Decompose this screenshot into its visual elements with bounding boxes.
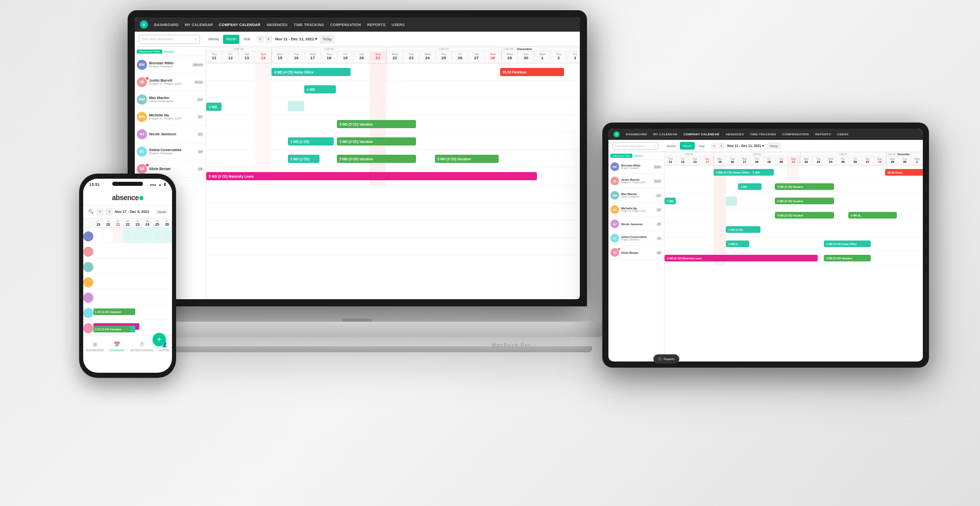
grid-row-empty xyxy=(206,203,580,221)
user-info: Max Macher Sales Conference xyxy=(149,96,194,103)
tablet-event[interactable]: 1 WD xyxy=(738,183,762,190)
cw-group: CW 46 Mon15 Tue16 Wed17 Thu18 Fri19 Sat2… xyxy=(272,47,387,63)
tablet-prev-arrow[interactable]: ‹ xyxy=(711,143,717,149)
month-label: December xyxy=(515,47,534,51)
phone-row xyxy=(83,228,172,243)
search-box[interactable]: Find users and teams... ⌕ xyxy=(139,35,200,44)
tablet-nav-absences[interactable]: ABSENCES xyxy=(725,133,744,136)
tablet-next-arrow[interactable]: › xyxy=(718,143,724,149)
event-bar[interactable]: 4 WD (4 CD) Home Office xyxy=(272,68,351,76)
user-name: Selina Covarrubias xyxy=(149,148,195,152)
tablet-day-col: Sat13 xyxy=(689,157,701,164)
event-bar[interactable]: 96.00 Flexitime xyxy=(500,68,564,76)
tablet-nav-time-tracking[interactable]: TIME TRACKING xyxy=(750,133,776,136)
phone-cell xyxy=(153,228,162,243)
laptop-base xyxy=(112,322,602,337)
nav-absences[interactable]: ABSENCES xyxy=(266,23,287,27)
user-info: Selina Covarrubias Project: Outreach xyxy=(149,148,195,155)
tablet-event[interactable]: 3 WD (3 CD) Vacation xyxy=(824,255,871,261)
event-bar[interactable]: 5 WD (5 CD) Vacation xyxy=(337,120,416,128)
tab-month[interactable]: Month xyxy=(223,35,239,44)
tab-year[interactable]: Year xyxy=(240,35,254,44)
tablet-filter-badge[interactable]: Advanced Filter xyxy=(610,154,632,158)
phone-row xyxy=(83,289,172,304)
event-bar[interactable]: 1 WD (2 CD) xyxy=(288,137,334,146)
tablet-event[interactable]: 4 WD (4 CD) Home Office xyxy=(824,240,871,247)
tablet-today-button[interactable]: Today xyxy=(767,142,780,149)
scene: O DASHBOARD MY CALENDAR COMPANY CALENDAR… xyxy=(0,0,980,506)
tablet-cw-label: CW 47 xyxy=(800,152,886,157)
event-bar[interactable]: 5 WD (5 CD) Vacation xyxy=(435,155,499,163)
tablet-reset-link[interactable]: [Reset] xyxy=(634,154,643,157)
tablet-event[interactable]: 1 WD xyxy=(665,198,676,204)
nav-company-calendar[interactable]: COMPANY CALENDAR xyxy=(219,23,260,27)
next-arrow[interactable]: › xyxy=(265,36,272,43)
event-bar-maternity[interactable]: 5 WD (9 CD) Maternity Leave xyxy=(206,172,537,180)
tablet-nav-my-calendar[interactable]: MY CALENDAR xyxy=(653,133,678,136)
tablet-nav-users[interactable]: USERS xyxy=(837,133,848,136)
phone-outer: 15:51 ●●● ▲ ▮ absence 🔍 ‹ › Nov 17 - xyxy=(79,174,176,378)
phone-avatar xyxy=(83,308,93,318)
tablet-tab-weeks[interactable]: Weeks xyxy=(664,142,679,150)
tablet-nav-company-calendar[interactable]: COMPANY CALENDAR xyxy=(683,133,719,136)
tablet-event[interactable]: 5 WD (5 CD) Vacation xyxy=(775,212,834,219)
today-button[interactable]: Today xyxy=(320,35,334,43)
heute-button[interactable]: Heute xyxy=(156,210,168,214)
notification-dot: 1 xyxy=(145,163,149,167)
nav-dashboard[interactable]: DASHBOARD xyxy=(154,23,179,27)
tablet-count-badge: 37 xyxy=(656,222,662,226)
tablet-tab-year[interactable]: Year xyxy=(696,142,708,150)
tablet-event[interactable]: 5 WD (5 CD) Vacation xyxy=(775,183,834,190)
tab-weeks[interactable]: Weeks xyxy=(205,35,222,44)
advanced-filter-badge[interactable]: Advanced Filter xyxy=(137,50,162,54)
event-bar[interactable]: 1 WD xyxy=(304,85,336,93)
reset-link[interactable]: [Reset] xyxy=(164,50,174,53)
tablet-event[interactable]: 96.00 Flexi... xyxy=(885,169,923,176)
nav-time-tracking[interactable]: TIME TRACKING xyxy=(294,23,325,27)
user-name: Max Macher xyxy=(149,96,194,100)
tablet-event-maternity[interactable]: 5 WD (9 CD) Maternity Leave xyxy=(665,255,818,261)
tablet-nav-compensation[interactable]: COMPENSATION xyxy=(782,133,809,136)
tablet-event[interactable]: 5 WD (5... xyxy=(848,212,897,219)
nav-users[interactable]: USERS xyxy=(391,23,405,27)
battery-icon: ▮ xyxy=(164,182,166,186)
phone-search-icon[interactable]: 🔍 xyxy=(87,208,94,215)
tablet-day-col: Tue16 xyxy=(726,157,739,164)
tablet-search[interactable]: Find users and teams... ⌕ xyxy=(612,142,658,150)
event-bar[interactable]: 2 WD (2 CD) xyxy=(288,155,320,163)
phone-next-arrow[interactable]: › xyxy=(106,208,113,215)
phone-prev-arrow[interactable]: ‹ xyxy=(96,208,104,215)
phone-avatar xyxy=(83,247,93,257)
tablet-nav-dashboard[interactable]: DASHBOARD xyxy=(626,133,647,136)
nav-reports[interactable]: REPORTS xyxy=(367,23,385,27)
day-col: Tue23 xyxy=(403,52,420,61)
event-bar[interactable]: 1 WD xyxy=(206,103,222,111)
event-bar[interactable]: 5 WD (5 CD) Vacation xyxy=(337,137,416,146)
phone-nav-zeiterfassung[interactable]: ⏱ ZEITERFASSUNG xyxy=(130,342,154,352)
phone-cell xyxy=(123,228,133,243)
nav-my-calendar[interactable]: MY CALENDAR xyxy=(185,23,213,27)
nav-compensation[interactable]: COMPENSATION xyxy=(330,23,361,27)
tablet-event[interactable]: 2 WD (2... xyxy=(726,240,749,247)
tablet-event[interactable]: 5 WD (5 CD) Vacation xyxy=(775,198,834,204)
phone-fab[interactable]: + xyxy=(153,333,166,346)
tablet-toolbar: Find users and teams... ⌕ Weeks Month Ye… xyxy=(608,140,923,152)
prev-arrow[interactable]: ‹ xyxy=(257,36,264,43)
phone-nav-dashboard[interactable]: ⊞ DASHBOARD xyxy=(86,342,104,352)
tablet-grid-row: 5 WD (9 CD) Maternity Leave 3 WD (3 CD) … xyxy=(665,251,923,266)
tablet-event[interactable]: 1 WD xyxy=(750,169,774,176)
user-name: Michelle Ng xyxy=(149,113,195,117)
tablet-event[interactable]: 1 WD (2 CD) xyxy=(726,226,761,233)
tablet-support-button[interactable]: ⓘ Support xyxy=(653,354,679,362)
tablet-nav-reports[interactable]: REPORTS xyxy=(815,133,831,136)
event-bar[interactable]: 5 WD (5 CD) Vacation xyxy=(337,155,416,163)
phone-event[interactable]: 3 AT (3 AT) Vacation xyxy=(93,326,130,332)
phone-time: 15:51 xyxy=(89,182,100,187)
tablet-tab-month[interactable]: Month xyxy=(680,142,695,150)
day-headers: Thu11 Fri12 Sat13 Sun14 xyxy=(206,52,272,61)
tablet-day-col: Fri26 xyxy=(849,157,862,164)
tablet-day-col: Wed17 xyxy=(739,157,751,164)
phone-event[interactable]: 1 AT (1 AT) Vacation xyxy=(93,308,130,315)
avatar: BM xyxy=(137,60,147,70)
phone-nav-kalender[interactable]: 📅 KALENDER xyxy=(109,342,125,352)
